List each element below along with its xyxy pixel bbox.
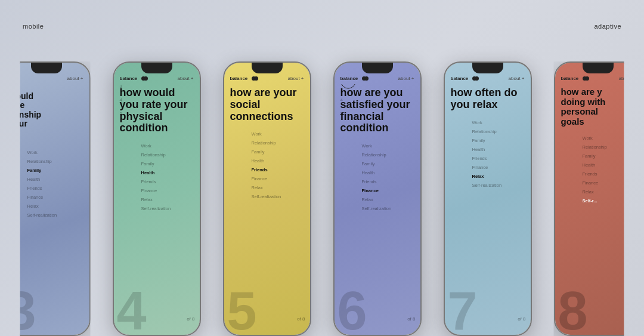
menu-self: Self-realization [27, 211, 83, 219]
phone-1-about[interactable]: about + [67, 76, 83, 81]
phone-6-big-num: 8 [558, 284, 588, 335]
phone-2-wrapper: balance about + how would you rate your … [101, 61, 212, 336]
num-6: 2 [10, 130, 13, 136]
menu-finance: Finance [27, 193, 83, 201]
menu-health-3: Health [252, 157, 281, 165]
menu-rel: Relationship [27, 158, 83, 165]
menu-friends-3: Friends [252, 166, 281, 174]
phone-4-of8: of 8 [407, 316, 415, 322]
phone-6-of8: of 8 [628, 316, 636, 322]
logo-dot-8 [364, 76, 369, 81]
logo-circles-3 [252, 76, 258, 81]
phone-4-wrapper: balance about + how are you satisfied yo… [322, 61, 432, 336]
phone-4-content: how are you satisfied your financial con… [335, 84, 420, 335]
menu-work-4: Work [362, 142, 392, 150]
menu-work-3: Work [252, 130, 281, 138]
phone-6-notch [583, 63, 614, 73]
menu-health: Health [27, 175, 83, 183]
balance-text-2: balance [120, 76, 138, 81]
n5: 5 [120, 111, 135, 116]
menu-work-5: Work [472, 119, 502, 127]
logo-circles-5 [472, 76, 479, 81]
menu-relax-4: Relax [362, 196, 392, 204]
menu-work-6: Work [583, 134, 607, 142]
phone-5-notch [472, 63, 503, 73]
menu-rel-3: Relationship [252, 139, 281, 147]
menu-self-5: Self-realization [472, 181, 502, 189]
balance-text-3: balance [230, 76, 248, 81]
phone-5-screen: balance about + how often do you relax 5… [445, 63, 531, 335]
menu-family: Family [27, 167, 83, 174]
n5-4: 5 [340, 111, 356, 116]
phone-1-menu: Work Relationship Family Health Friends … [10, 149, 83, 219]
menu-work: Work [27, 149, 83, 156]
n3: 3 [120, 84, 135, 89]
menu-family-2: Family [141, 160, 171, 168]
menu-finance-4: Finance [362, 187, 392, 195]
menu-self-4: Self-realization [362, 205, 392, 212]
phone-3-logo: balance [230, 76, 259, 81]
menu-finance-5: Finance [472, 164, 502, 171]
menu-health-5: Health [472, 146, 502, 153]
phone-1-question: wouldratelionshipyourily [10, 92, 81, 138]
mobile-label: mobile [23, 23, 44, 30]
menu-family-6: Family [583, 152, 607, 160]
phone-3-notch [252, 63, 283, 73]
n4: 4 [120, 97, 135, 103]
phone-4-numbers: 1 2 3 4 5 [340, 84, 356, 239]
phone-6-logo: balance [561, 76, 590, 81]
menu-family-5: Family [472, 137, 502, 144]
phone-2-notch [141, 63, 172, 73]
menu-health-2: Health [141, 169, 171, 177]
phone-3-numbers: 1 2 3 4 5 [230, 84, 246, 233]
phone-5-about[interactable]: about + [509, 76, 525, 81]
adaptive-label: adaptive [594, 23, 621, 30]
menu-relax-3: Relax [252, 184, 281, 192]
menu-friends: Friends [27, 184, 83, 192]
phone-3-of8: of 8 [297, 316, 305, 322]
phone-3-wrapper: balance about + how are your social conn… [212, 61, 322, 336]
phone-3-about[interactable]: about + [288, 76, 304, 81]
phone-5-content: how often do you relax 5 6 7 8 9 Work Re… [445, 84, 531, 335]
menu-rel-5: Relationship [472, 128, 502, 135]
balance-text-4: balance [340, 76, 358, 81]
phone-3-screen: balance about + how are your social conn… [224, 63, 310, 335]
menu-friends-6: Friends [583, 170, 607, 178]
logo-dot-12 [585, 76, 589, 81]
menu-relax-5: Relax [472, 172, 502, 180]
menu-finance-6: Finance [583, 179, 607, 187]
phone-1-wrapper: about + wouldratelionshipyourily 1 2 3 [0, 61, 101, 336]
phone-2-about[interactable]: about + [178, 76, 194, 81]
n4-4: 4 [340, 97, 356, 103]
phone-3-content: how are your social connections 1 2 3 4 … [224, 84, 310, 335]
balance-text-5: balance [451, 76, 469, 81]
logo-circles-2 [141, 76, 148, 81]
phone-2-big-num: 4 [117, 284, 147, 335]
menu-relax-6: Relax [583, 188, 607, 196]
phone-1-numbers: 1 2 3 [10, 84, 13, 164]
phone-1-screen: about + wouldratelionshipyourily 1 2 3 [4, 63, 89, 335]
phone-2-of8: of 8 [187, 316, 194, 322]
phone-6-about[interactable]: about + [619, 76, 635, 81]
phone-4-screen: balance about + how are you satisfied yo… [335, 63, 420, 335]
logo-dot-4 [144, 76, 148, 81]
phone-6-wrapper: balance about + how are ydoing withperso… [543, 61, 644, 336]
menu-friends-2: Friends [141, 178, 171, 186]
phone-1-big-num: 3 [7, 284, 36, 335]
phone-4-about[interactable]: about + [398, 76, 414, 81]
menu-work-2: Work [141, 142, 171, 150]
logo-dot-6 [254, 76, 258, 81]
logo-dot-1 [10, 76, 14, 81]
phone-6-screen: balance about + how are ydoing withperso… [555, 63, 641, 335]
menu-health-6: Health [583, 161, 607, 169]
logo-dot-2 [12, 76, 16, 81]
menu-self-6: Self-r... [583, 197, 607, 205]
phone-5-big-num: 7 [448, 284, 478, 335]
phone-4-big-num: 6 [338, 284, 367, 335]
menu-finance-3: Finance [252, 175, 281, 183]
phone-5-wrapper: balance about + how often do you relax 5… [432, 61, 543, 336]
logo-circles [10, 76, 16, 81]
phone-2-screen: balance about + how would you rate your … [114, 63, 200, 335]
phone-3: balance about + how are your social conn… [223, 61, 311, 336]
phone-1-logo [10, 76, 16, 81]
